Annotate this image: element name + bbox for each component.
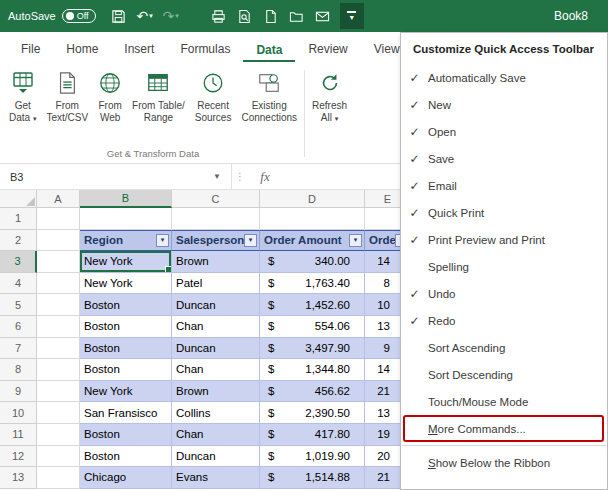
row-header-8[interactable]: 8	[0, 359, 37, 381]
menu-item-sort-ascending[interactable]: Sort Ascending	[401, 334, 607, 361]
cell-b11[interactable]: Boston	[80, 424, 172, 446]
cell-d13[interactable]: $1,514.88	[260, 467, 365, 489]
from-table-range-button[interactable]: From Table/Range	[127, 64, 190, 126]
filter-button[interactable]: ▾	[156, 234, 169, 247]
cell-a2[interactable]	[37, 230, 80, 252]
cell-d6[interactable]: $554.06	[260, 316, 365, 338]
menu-item-undo[interactable]: ✓Undo	[401, 280, 607, 307]
menu-item-open[interactable]: ✓Open	[401, 118, 607, 145]
cell-d12[interactable]: $1,019.90	[260, 446, 365, 468]
cell-a4[interactable]	[37, 273, 80, 295]
cell-b12[interactable]: Boston	[80, 446, 172, 468]
cell-c13[interactable]: Evans	[172, 467, 260, 489]
menu-item-print-preview-and-print[interactable]: ✓Print Preview and Print	[401, 226, 607, 253]
chevron-down-icon[interactable]: ▼	[213, 172, 231, 181]
cell-a6[interactable]	[37, 316, 80, 338]
row-header-6[interactable]: 6	[0, 316, 37, 338]
new-icon[interactable]	[258, 3, 284, 29]
row-header-12[interactable]: 12	[0, 446, 37, 468]
cell-c4[interactable]: Patel	[172, 273, 260, 295]
autosave-toggle[interactable]: AutoSave Off	[8, 9, 106, 23]
tab-review[interactable]: Review	[295, 35, 360, 62]
column-header-b[interactable]: B	[80, 190, 172, 208]
open-icon[interactable]	[284, 3, 310, 29]
cell-b13[interactable]: Chicago	[80, 467, 172, 489]
cell-b6[interactable]: Boston	[80, 316, 172, 338]
filter-button[interactable]: ▾	[349, 234, 362, 247]
cell-c10[interactable]: Collins	[172, 402, 260, 424]
cell-d1[interactable]	[260, 208, 365, 230]
undo-button[interactable]: ↶▾	[132, 3, 158, 29]
row-header-9[interactable]: 9	[0, 381, 37, 403]
tab-data[interactable]: Data	[243, 36, 295, 63]
menu-item-quick-print[interactable]: ✓Quick Print	[401, 199, 607, 226]
cell-b10[interactable]: San Fransisco	[80, 402, 172, 424]
cell-b4[interactable]: New York	[80, 273, 172, 295]
cell-d9[interactable]: $456.62	[260, 381, 365, 403]
cell-d8[interactable]: $1,344.80	[260, 359, 365, 381]
cell-a3[interactable]	[37, 251, 80, 273]
cell-a1[interactable]	[37, 208, 80, 230]
row-header-2[interactable]: 2	[0, 230, 37, 252]
from-web-button[interactable]: FromWeb	[93, 64, 127, 126]
row-header-3[interactable]: 3	[0, 251, 37, 273]
customize-qat-button[interactable]: ▾	[340, 3, 364, 29]
cell-a10[interactable]	[37, 402, 80, 424]
cell-d7[interactable]: $3,497.90	[260, 338, 365, 360]
recent-sources-button[interactable]: RecentSources	[190, 64, 237, 126]
cell-a12[interactable]	[37, 446, 80, 468]
existing-connections-button[interactable]: ExistingConnections	[236, 64, 302, 126]
menu-item-more-commands[interactable]: More Commands...	[401, 415, 607, 442]
cell-a8[interactable]	[37, 359, 80, 381]
cell-b8[interactable]: Boston	[80, 359, 172, 381]
tab-insert[interactable]: Insert	[111, 35, 167, 62]
name-box[interactable]: B3 ▼	[0, 164, 232, 189]
cell-d4[interactable]: $1,763.40	[260, 273, 365, 295]
menu-item-spelling[interactable]: Spelling	[401, 253, 607, 280]
cell-c11[interactable]: Chan	[172, 424, 260, 446]
cell-c6[interactable]: Chan	[172, 316, 260, 338]
tab-formulas[interactable]: Formulas	[167, 35, 243, 62]
filter-button[interactable]: ▾	[244, 234, 257, 247]
row-header-1[interactable]: 1	[0, 208, 37, 230]
insert-function-button[interactable]: fx	[248, 164, 282, 189]
row-header-10[interactable]: 10	[0, 402, 37, 424]
cell-b7[interactable]: Boston	[80, 338, 172, 360]
cell-b5[interactable]: Boston	[80, 294, 172, 316]
get-data-button[interactable]: GetData ▾	[4, 64, 41, 126]
menu-item-sort-descending[interactable]: Sort Descending	[401, 361, 607, 388]
menu-item-touch-mouse-mode[interactable]: Touch/Mouse Mode	[401, 388, 607, 415]
row-header-7[interactable]: 7	[0, 338, 37, 360]
cell-c1[interactable]	[172, 208, 260, 230]
cell-a11[interactable]	[37, 424, 80, 446]
cell-c5[interactable]: Duncan	[172, 294, 260, 316]
refresh-all-button[interactable]: RefreshAll ▾	[307, 64, 352, 126]
menu-item-email[interactable]: ✓Email	[401, 172, 607, 199]
email-icon[interactable]	[310, 3, 336, 29]
cell-d10[interactable]: $2,390.50	[260, 402, 365, 424]
cell-d11[interactable]: $417.80	[260, 424, 365, 446]
cell-a5[interactable]	[37, 294, 80, 316]
cell-a9[interactable]	[37, 381, 80, 403]
from-text-csv-button[interactable]: FromText/CSV	[41, 64, 93, 126]
cell-c3[interactable]: Brown	[172, 251, 260, 273]
tab-file[interactable]: File	[8, 35, 53, 62]
column-header-d[interactable]: D	[260, 190, 365, 208]
save-icon[interactable]	[106, 3, 132, 29]
cell-c12[interactable]: Duncan	[172, 446, 260, 468]
cell-b3[interactable]: New York	[80, 251, 172, 273]
cell-a7[interactable]	[37, 338, 80, 360]
cell-b9[interactable]: New York	[80, 381, 172, 403]
tab-home[interactable]: Home	[53, 35, 111, 62]
menu-item-show-below-the-ribbon[interactable]: Show Below the Ribbon	[401, 449, 607, 476]
cell-d5[interactable]: $1,452.60	[260, 294, 365, 316]
drag-handle-icon[interactable]: ⋮	[232, 164, 248, 189]
cell-d3[interactable]: $340.00	[260, 251, 365, 273]
row-header-13[interactable]: 13	[0, 467, 37, 489]
cell-b1[interactable]	[80, 208, 172, 230]
menu-item-redo[interactable]: ✓Redo	[401, 307, 607, 334]
menu-item-new[interactable]: ✓New	[401, 91, 607, 118]
column-header-a[interactable]: A	[37, 190, 80, 208]
row-header-5[interactable]: 5	[0, 294, 37, 316]
select-all-corner[interactable]	[0, 190, 37, 208]
